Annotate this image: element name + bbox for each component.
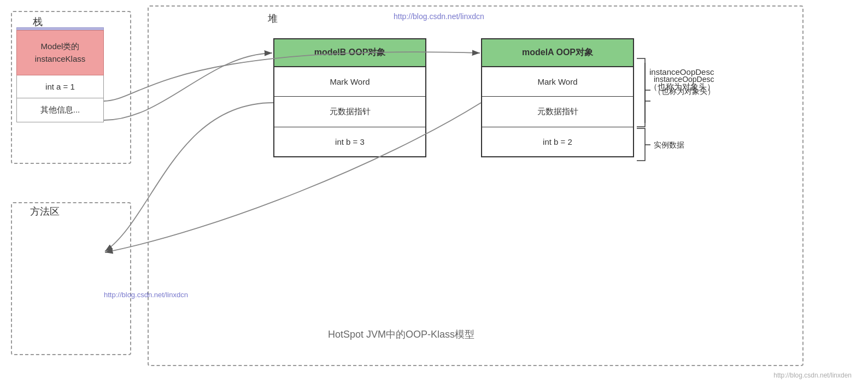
instance-oopDesc-text: instanceOopDesc （也称为对象头）: [649, 64, 715, 94]
url-top: http://blog.csdn.net/linxdcn: [394, 12, 484, 21]
method-other: 其他信息...: [16, 98, 104, 122]
stack-label: 栈: [33, 15, 43, 28]
url-middle: http://blog.csdn.net/linxdcn: [104, 291, 188, 299]
method-label: 方法区: [30, 205, 60, 218]
modelA-mark-word: Mark Word: [482, 67, 633, 97]
modelA-int-b: int b = 2: [482, 127, 633, 156]
modelB-int-b: int b = 3: [274, 127, 425, 156]
modelA-header: modelA OOP对象: [482, 39, 633, 67]
diagram-container: 栈 堆 http://blog.csdn.net/linxdcn int c =…: [0, 0, 868, 389]
model-instance-klass: Model类的instanceKlass: [16, 30, 104, 75]
modelA-meta-ptr: 元数据指针: [482, 97, 633, 127]
modelB-oop-box: modelB OOP对象 Mark Word 元数据指针 int b = 3: [273, 38, 426, 157]
modelA-oop-box: modelA OOP对象 Mark Word 元数据指针 int b = 2: [481, 38, 634, 157]
heap-area-border: [148, 5, 804, 366]
method-int-a: int a = 1: [16, 75, 104, 98]
url-bottom: http://blog.csdn.net/linxden: [773, 372, 852, 379]
method-area-border: [11, 202, 131, 355]
method-items: Model类的instanceKlass int a = 1 其他信息...: [16, 30, 104, 122]
modelB-header: modelB OOP对象: [274, 39, 425, 67]
modelB-meta-ptr: 元数据指针: [274, 97, 425, 127]
modelB-mark-word: Mark Word: [274, 67, 425, 97]
heap-label: 堆: [268, 12, 278, 25]
hotspot-label: HotSpot JVM中的OOP-Klass模型: [328, 328, 474, 341]
